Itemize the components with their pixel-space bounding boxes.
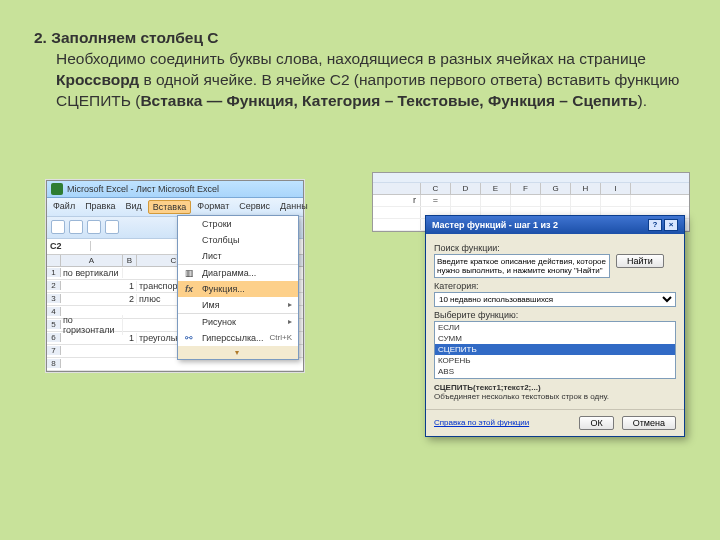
window-title: Microsoft Excel - Лист Microsoft Excel [67,184,219,194]
function-wizard-dialog: Мастер функций - шаг 1 из 2 ? × Поиск фу… [425,215,685,437]
category-label: Категория: [434,281,676,291]
screenshot-excel-menu: Microsoft Excel - Лист Microsoft Excel Ф… [46,180,304,372]
close-icon[interactable]: × [664,219,678,231]
dialog-titlebar: Мастер функций - шаг 1 из 2 ? × [426,216,684,234]
step-title: Заполняем столбец С [51,29,218,46]
list-item[interactable]: СРЗНАЧ [435,377,675,379]
menu-item[interactable]: ⚯Гиперссылка...Ctrl+K [178,330,298,346]
menu-вставка[interactable]: Вставка [148,200,191,214]
search-label: Поиск функции: [434,243,676,253]
category-select[interactable]: 10 недавно использовавшихся [434,292,676,307]
list-item[interactable]: ЕСЛИ [435,322,675,333]
menu-правка[interactable]: Правка [81,200,119,214]
fx-icon: fx [182,283,196,295]
instruction-text: 2. Заполняем столбец С Необходимо соедин… [34,28,686,112]
menu-вид[interactable]: Вид [122,200,146,214]
cancel-button[interactable]: Отмена [622,416,676,430]
link-icon: ⚯ [182,332,196,344]
menu-item[interactable]: Лист [178,248,298,264]
ok-button[interactable]: ОК [579,416,613,430]
menu-формат[interactable]: Формат [193,200,233,214]
menu-item[interactable]: Строки [178,216,298,232]
find-button[interactable]: Найти [616,254,664,268]
step-number: 2. [34,29,47,46]
toolbar-button[interactable] [51,220,65,234]
menu-файл[interactable]: Файл [49,200,79,214]
search-input[interactable]: Введите краткое описание действия, котор… [434,254,610,278]
menu-item[interactable]: Рисунок▸ [178,313,298,330]
help-link[interactable]: Справка по этой функции [434,418,529,427]
menu-сервис[interactable]: Сервис [235,200,274,214]
excel-icon [51,183,63,195]
chart-icon: ▥ [182,267,196,279]
list-item[interactable]: ABS [435,366,675,377]
window-titlebar: Microsoft Excel - Лист Microsoft Excel [47,181,303,198]
list-item[interactable]: КОРЕНЬ [435,355,675,366]
list-item[interactable]: СЦЕПИТЬ [435,344,675,355]
insert-menu-dropdown: СтрокиСтолбцыЛист▥Диаграмма...fxФункция.… [177,215,299,360]
screenshot-function-wizard: C D E F G H I r= Мастер функций - шаг 1 … [372,172,690,232]
menu-item[interactable]: Столбцы [178,232,298,248]
select-function-label: Выберите функцию: [434,310,676,320]
help-icon[interactable]: ? [648,219,662,231]
name-box[interactable]: C2 [47,241,91,251]
menu-данны[interactable]: Данны [276,200,312,214]
function-listbox[interactable]: ЕСЛИСУММСЦЕПИТЬКОРЕНЬABSСРЗНАЧГИПЕРССЫЛК… [434,321,676,379]
chevron-down-icon[interactable]: ▾ [235,348,239,357]
dialog-title: Мастер функций - шаг 1 из 2 [432,220,558,230]
function-signature: СЦЕПИТЬ(текст1;текст2;...) [434,383,541,392]
function-description: Объединяет несколько текстовых строк в о… [434,392,609,401]
menu-item[interactable]: Имя▸ [178,297,298,313]
menu-item[interactable]: ▥Диаграмма... [178,264,298,281]
menu-item[interactable]: fxФункция... [178,281,298,297]
toolbar-button[interactable] [87,220,101,234]
toolbar-button[interactable] [69,220,83,234]
toolbar-button[interactable] [105,220,119,234]
list-item[interactable]: СУММ [435,333,675,344]
